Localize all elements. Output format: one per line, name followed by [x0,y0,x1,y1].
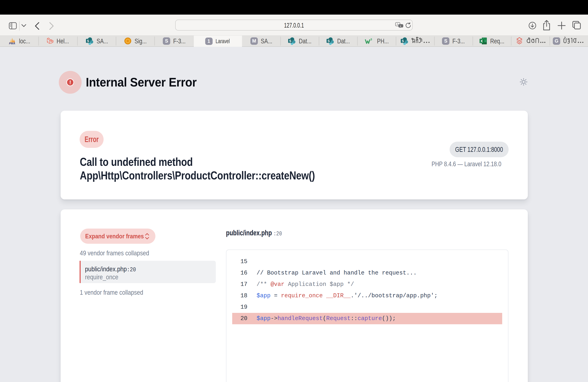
svg-text:S: S [87,39,89,43]
svg-text:PMA: PMA [9,42,15,45]
svg-text:S: S [402,39,404,43]
svg-text:x: x [400,25,401,27]
svg-text:X: X [480,39,483,43]
svg-text:S: S [289,39,291,43]
svg-text:3: 3 [370,38,372,41]
svg-text:A: A [397,23,399,26]
svg-text:S: S [328,39,330,43]
